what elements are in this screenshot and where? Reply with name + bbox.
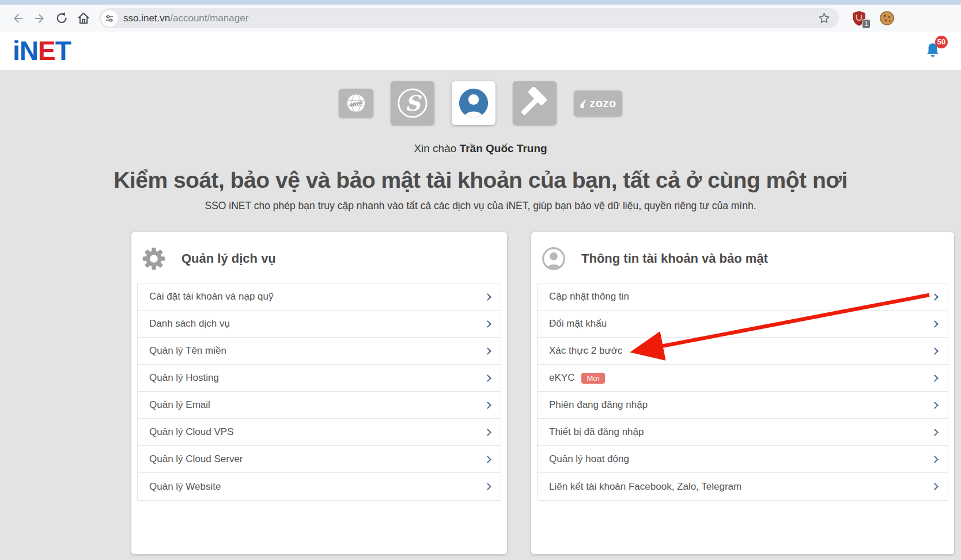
list-item-label: Quản lý Cloud Server <box>149 453 243 465</box>
list-item[interactable]: Xác thực 2 bước <box>538 338 948 365</box>
reload-button[interactable] <box>51 7 73 29</box>
list-item[interactable]: Cập nhật thông tin <box>538 283 948 311</box>
chevron-right-icon <box>484 483 491 490</box>
forward-arrow-icon <box>32 11 47 26</box>
list-item-label: Đổi mật khẩu <box>549 318 607 330</box>
chevron-right-icon <box>931 374 939 382</box>
list-item[interactable]: Quản lý Hosting <box>138 365 501 392</box>
list-item-label: Cập nhật thông tin <box>549 291 629 302</box>
cookie-extension-button[interactable] <box>879 10 895 26</box>
s-logo-icon: S <box>396 86 429 120</box>
window-top-strip <box>0 0 961 5</box>
www-globe-icon: www <box>345 92 367 114</box>
url-domain: sso.inet.vn <box>123 13 170 24</box>
home-button[interactable] <box>73 7 94 29</box>
chevron-right-icon <box>931 293 939 301</box>
star-icon <box>818 12 831 25</box>
greeting: Xin chào Trần Quốc Trung <box>0 142 961 155</box>
zozo-leaf-icon <box>580 97 588 109</box>
account-card: Thông tin tài khoản và bảo mật Cập nhật … <box>531 232 954 554</box>
user-name: Trần Quốc Trung <box>460 142 547 154</box>
chevron-right-icon <box>931 429 939 436</box>
zozo-label: zozo <box>589 97 616 110</box>
chevron-right-icon <box>931 456 939 463</box>
tile-account-active[interactable] <box>452 81 495 125</box>
account-card-header: Thông tin tài khoản và bảo mật <box>531 232 954 271</box>
extensions-area: 1 <box>852 10 895 27</box>
list-item-label: eKYC <box>549 372 574 384</box>
extension-badge: 1 <box>862 19 871 29</box>
svg-text:S: S <box>405 91 422 116</box>
cookie-icon <box>879 10 895 26</box>
back-arrow-icon <box>10 11 25 26</box>
list-item-label: Liên kết tài khoản Facebook, Zalo, Teleg… <box>549 481 741 493</box>
url-text: sso.inet.vn/account/manager <box>123 13 248 24</box>
url-bar[interactable]: sso.inet.vn/account/manager <box>99 8 839 28</box>
bookmark-button[interactable] <box>818 12 831 25</box>
list-item[interactable]: eKYCMới <box>538 365 948 392</box>
gear-icon <box>141 246 167 271</box>
site-header: iNET 50 <box>0 32 961 70</box>
chevron-right-icon <box>484 456 491 463</box>
services-card-header: Quản lý dịch vụ <box>131 232 507 271</box>
page-subtitle: SSO iNET cho phép bạn truy cập nhanh vào… <box>0 200 961 212</box>
services-list: Cài đặt tài khoản và nạp quỹDanh sách dị… <box>137 283 501 501</box>
list-item[interactable]: Quản lý Cloud VPS <box>138 419 501 446</box>
list-item-label: Quản lý Cloud VPS <box>149 426 233 438</box>
tune-icon <box>104 13 115 24</box>
shield-extension-button[interactable]: 1 <box>852 10 867 27</box>
person-circle-icon <box>541 246 566 271</box>
notifications-button[interactable]: 50 <box>923 41 943 60</box>
reload-icon <box>55 11 69 25</box>
site-settings-button[interactable] <box>101 10 118 27</box>
list-item-label: Quản lý Tên miền <box>149 345 226 357</box>
list-item[interactable]: Danh sách dịch vụ <box>138 311 501 338</box>
list-item[interactable]: Cài đặt tài khoản và nạp quỹ <box>138 283 501 311</box>
list-item-label: Quản lý Email <box>149 399 210 411</box>
list-item-label: Xác thực 2 bước <box>549 345 622 357</box>
list-item[interactable]: Đổi mật khẩu <box>538 311 948 338</box>
services-card: Quản lý dịch vụ Cài đặt tài khoản và nạp… <box>131 232 507 554</box>
home-icon <box>76 11 91 26</box>
list-item-label: Phiên đang đăng nhập <box>549 399 648 411</box>
list-item-label: Thiết bị đã đăng nhập <box>549 426 644 438</box>
url-path: /account/manager <box>170 13 248 24</box>
tile-www-globe[interactable]: www <box>339 89 373 118</box>
list-item[interactable]: Quản lý Tên miền <box>138 338 501 365</box>
tile-zozo[interactable]: zozo <box>574 90 622 116</box>
browser-toolbar: sso.inet.vn/account/manager 1 <box>0 5 961 32</box>
chevron-right-icon <box>484 374 491 382</box>
tile-s-logo[interactable]: S <box>391 81 434 125</box>
back-button[interactable] <box>7 7 29 29</box>
list-item[interactable]: Quản lý Cloud Server <box>138 446 501 473</box>
chevron-right-icon <box>931 347 939 355</box>
chevron-right-icon <box>484 320 491 328</box>
page-title: Kiểm soát, bảo vệ và bảo mật tài khoản c… <box>0 168 961 193</box>
list-item[interactable]: Phiên đang đăng nhập <box>538 392 948 419</box>
chevron-right-icon <box>931 402 939 409</box>
list-item[interactable]: Liên kết tài khoản Facebook, Zalo, Teleg… <box>538 473 948 500</box>
list-item-label: Quản lý hoạt động <box>549 453 629 465</box>
gavel-icon <box>519 87 551 119</box>
tile-gavel[interactable] <box>513 81 557 125</box>
list-item[interactable]: Thiết bị đã đăng nhập <box>538 419 948 446</box>
page-content: www S zozo Xin chào Trần Quốc Trung Kiểm… <box>0 70 961 560</box>
chevron-right-icon <box>484 429 491 436</box>
forward-button[interactable] <box>29 7 51 29</box>
new-badge: Mới <box>581 373 604 384</box>
account-list: Cập nhật thông tinĐổi mật khẩuXác thực 2… <box>537 283 948 501</box>
chevron-right-icon <box>484 347 491 355</box>
notification-count-badge: 50 <box>935 36 948 48</box>
chevron-right-icon <box>931 320 939 328</box>
services-card-title: Quản lý dịch vụ <box>181 251 276 266</box>
list-item-label: Quản lý Website <box>149 481 221 493</box>
list-item[interactable]: Quản lý Website <box>138 473 501 500</box>
account-card-title: Thông tin tài khoản và bảo mật <box>581 251 768 266</box>
app-switcher-tiles: www S zozo <box>0 70 961 125</box>
inet-logo[interactable]: iNET <box>13 37 71 64</box>
chevron-right-icon <box>484 402 491 409</box>
list-item[interactable]: Quản lý hoạt động <box>538 446 948 473</box>
chevron-right-icon <box>931 483 939 490</box>
cards-row: Quản lý dịch vụ Cài đặt tài khoản và nạp… <box>131 232 954 554</box>
list-item[interactable]: Quản lý Email <box>138 392 501 419</box>
